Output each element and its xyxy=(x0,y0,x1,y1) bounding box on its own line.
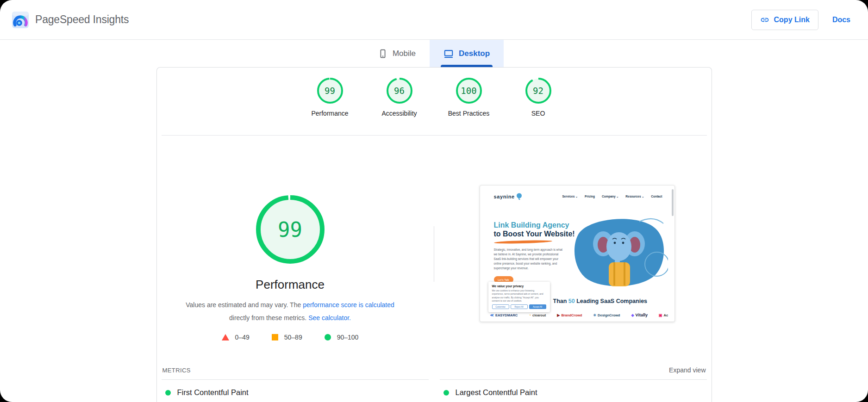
gauge-description: Values are estimated and may vary. The p… xyxy=(181,298,399,324)
expand-view-button[interactable]: Expand view xyxy=(669,366,706,374)
score-value: 100 xyxy=(456,78,482,104)
logo-designcrowd: ✳DesignCrowd xyxy=(593,313,620,317)
thumb-nav-company: Company xyxy=(602,195,618,198)
metric-name: Largest Contentful Paint xyxy=(456,388,537,397)
score-value: 92 xyxy=(525,78,551,104)
logo-clearout: ◔clearout xyxy=(529,313,546,317)
pagespeed-logo-icon[interactable] xyxy=(12,12,29,28)
score-label: SEO xyxy=(531,110,545,117)
elephant-illustration xyxy=(570,208,668,290)
docs-link[interactable]: Docs xyxy=(832,16,850,24)
page-title: PageSpeed Insights xyxy=(35,13,129,26)
score-value: 96 xyxy=(387,78,412,104)
cookie-title: We value your privacy xyxy=(492,284,546,288)
tab-mobile[interactable]: Mobile xyxy=(364,40,430,67)
thumb-brand: saynine xyxy=(494,193,522,200)
strip-highlight: 50 xyxy=(568,298,575,304)
see-calculator-link[interactable]: See calculator. xyxy=(308,314,351,322)
pagespeed-window: PageSpeed Insights Copy Link Docs Mobile… xyxy=(0,0,868,402)
gauge-column: 99 Performance Values are estimated and … xyxy=(157,136,434,362)
thumb-nav-resources: Resources xyxy=(625,195,644,198)
logo-icon: ✳ xyxy=(593,313,596,317)
thumb-brand-text: saynine xyxy=(494,194,515,199)
logo-icon: ▣ xyxy=(659,313,662,317)
thumb-scrollbar[interactable] xyxy=(672,189,674,216)
legend-label: 50–89 xyxy=(284,334,302,341)
thumb-nav-pricing: Pricing xyxy=(585,195,595,198)
desktop-icon xyxy=(443,49,454,59)
elephant-logo-icon xyxy=(516,193,522,200)
thumb-nav-services: Services xyxy=(562,195,578,198)
score-label: Performance xyxy=(311,110,348,117)
tab-desktop[interactable]: Desktop xyxy=(430,40,504,67)
app-header: PageSpeed Insights Copy Link Docs xyxy=(0,0,868,40)
column-divider xyxy=(434,226,434,282)
score-summary: 99 Performance 96 Accessibility xyxy=(157,68,712,135)
copy-link-button[interactable]: Copy Link xyxy=(751,10,818,30)
desc-text: directly from these metrics. xyxy=(229,314,308,322)
score-label: Accessibility xyxy=(381,110,417,117)
cookie-customise-button: Customise xyxy=(492,304,509,309)
link-icon xyxy=(760,15,769,25)
logo-icon: ≪ xyxy=(490,313,494,317)
tab-desktop-label: Desktop xyxy=(459,49,490,58)
gauge-title: Performance xyxy=(256,278,325,292)
red-triangle-icon xyxy=(222,334,229,340)
logo-brandcrowd: ▶BrandCrowd xyxy=(557,313,582,317)
thumb-companies-strip: Than 50 Leading SaaS Companies xyxy=(553,298,648,304)
legend-label: 90–100 xyxy=(337,334,359,341)
green-dot-icon xyxy=(443,390,449,396)
tab-mobile-label: Mobile xyxy=(393,49,416,58)
thumb-logo-row: ≪EASYDMARC ◔clearout ▶BrandCrowd ✳Design… xyxy=(490,313,674,317)
strip-text: Leading SaaS Companies xyxy=(575,298,647,304)
cookie-reject-button: Reject All xyxy=(511,304,528,309)
desc-text: Values are estimated and may vary. The xyxy=(186,301,303,309)
legend-item-fail: 0–49 xyxy=(222,334,250,341)
metric-name: First Contentful Paint xyxy=(177,388,249,397)
thumb-paragraph: Strategic, innovative, and long-term app… xyxy=(494,247,564,271)
logo-icon: ▶ xyxy=(557,313,560,317)
metrics-header: METRICS Expand view xyxy=(157,362,712,379)
cookie-consent-dialog: We value your privacy We use cookies to … xyxy=(488,282,550,312)
cookie-body: We use cookies to enhance your browsing … xyxy=(492,289,546,303)
thumb-nav: Services Pricing Company Resources Conta… xyxy=(562,195,662,198)
copy-link-label: Copy Link xyxy=(774,16,810,24)
logo-icon: ◔ xyxy=(529,313,531,317)
logo-icon: ◆ xyxy=(631,313,634,317)
legend-item-pass: 90–100 xyxy=(325,334,359,341)
legend-label: 0–49 xyxy=(235,334,250,341)
score-item-accessibility[interactable]: 96 Accessibility xyxy=(365,78,434,135)
score-calc-link[interactable]: performance score is calculated xyxy=(303,301,394,309)
device-tabbar: Mobile Desktop xyxy=(0,40,868,67)
metrics-heading: METRICS xyxy=(162,367,191,374)
gauge-value: 99 xyxy=(256,195,325,264)
site-screenshot-thumbnail[interactable]: saynine Services Pricing Company Resourc… xyxy=(480,185,675,322)
performance-gauge[interactable]: 99 xyxy=(256,195,325,264)
strip-text: Than xyxy=(553,298,568,304)
orange-swoosh-decoration xyxy=(493,240,552,244)
logo-partial: ▣Ac xyxy=(659,313,668,317)
thumb-site-header: saynine Services Pricing Company Resourc… xyxy=(480,186,674,200)
thumb-hero-text: Link Building Agency to Boost Your Websi… xyxy=(494,221,573,283)
score-item-seo[interactable]: 92 SEO xyxy=(504,78,573,135)
orange-square-icon xyxy=(272,334,278,340)
green-dot-icon xyxy=(165,390,171,396)
metrics-grid: First Contentful Paint 0.5 s Largest Con… xyxy=(162,379,707,402)
thumb-nav-contact: Contact xyxy=(651,195,662,198)
cookie-accept-button: Accept All xyxy=(529,304,546,309)
score-item-best-practices[interactable]: 100 Best Practices xyxy=(434,78,504,135)
green-circle-icon xyxy=(325,334,331,340)
metric-fcp: First Contentful Paint 0.5 s xyxy=(162,379,429,402)
thumb-headline-2: to Boost Your Website! xyxy=(494,229,573,238)
screenshot-column: saynine Services Pricing Company Resourc… xyxy=(434,136,712,362)
smartphone-icon xyxy=(378,49,387,58)
score-legend: 0–49 50–89 90–100 xyxy=(222,334,359,341)
score-label: Best Practices xyxy=(448,110,489,117)
metric-lcp: Largest Contentful Paint 0.8 s xyxy=(440,379,707,402)
performance-section: 99 Performance Values are estimated and … xyxy=(157,136,712,362)
score-value: 99 xyxy=(317,78,343,104)
legend-item-average: 50–89 xyxy=(272,334,302,341)
report-card: 99 Performance 96 Accessibility xyxy=(156,67,712,402)
score-item-performance[interactable]: 99 Performance xyxy=(295,78,365,135)
logo-vitally: ◆Vitally xyxy=(631,313,648,317)
